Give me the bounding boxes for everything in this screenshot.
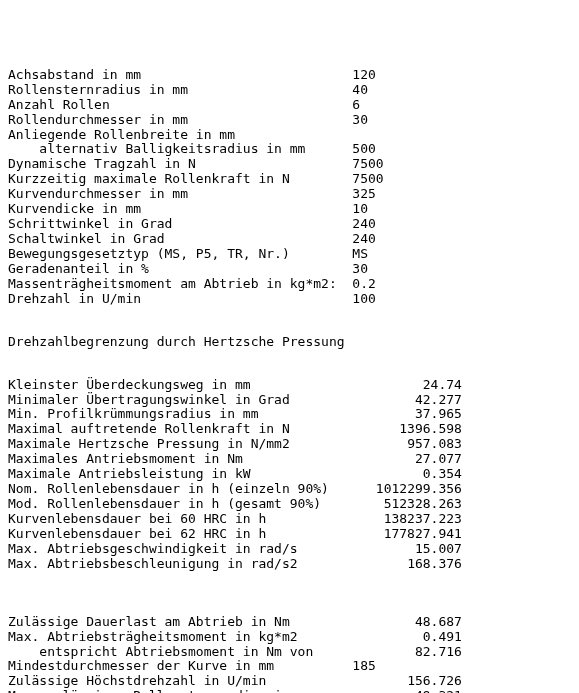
param-value: 325 — [352, 187, 430, 202]
param-row: Anzahl Rollen6 — [8, 98, 571, 113]
param-value: MS — [352, 247, 430, 262]
param-label: Max. Abtriebsgeschwindigkeit in rad/s — [8, 542, 352, 557]
param-row: Zulässige Höchstdrehzahl in U/min156.726 — [8, 674, 571, 689]
param-label: entspricht Abtriebsmoment in Nm von — [8, 645, 352, 660]
param-row: Nom. Rollenlebensdauer in h (einzeln 90%… — [8, 482, 571, 497]
param-value — [352, 128, 430, 143]
param-row: Anliegende Rollenbreite in mm — [8, 128, 571, 143]
param-value: 0.2 — [352, 277, 430, 292]
param-label: Max. zulässiger Rollensternradius in mm — [8, 689, 352, 693]
param-row: Massenträgheitsmoment am Abtrieb in kg*m… — [8, 277, 571, 292]
param-label: Drehzahl in U/min — [8, 292, 352, 307]
param-label: Maximale Hertzsche Pressung in N/mm2 — [8, 437, 352, 452]
param-value: 30 — [352, 262, 430, 277]
param-row: Kurvendicke in mm10 — [8, 202, 571, 217]
param-value: 27.077 — [352, 452, 462, 467]
param-row: Dynamische Tragzahl in N7500 — [8, 157, 571, 172]
param-value: 49.321 — [352, 689, 462, 693]
param-value: 512328.263 — [352, 497, 462, 512]
param-value: 177827.941 — [352, 527, 462, 542]
param-row: Maximal auftretende Rollenkraft in N1396… — [8, 422, 571, 437]
param-value: 82.716 — [352, 645, 462, 660]
param-row: Maximale Hertzsche Pressung in N/mm2957.… — [8, 437, 571, 452]
param-row: Schaltwinkel in Grad240 — [8, 232, 571, 247]
param-row: Bewegungsgesetztyp (MS, P5, TR, Nr.)MS — [8, 247, 571, 262]
param-label: Anliegende Rollenbreite in mm — [8, 128, 352, 143]
param-row: Schrittwinkel in Grad240 — [8, 217, 571, 232]
param-row: Max. Abtriebsträgheitsmoment in kg*m20.4… — [8, 630, 571, 645]
param-row: Drehzahl in U/min100 — [8, 292, 571, 307]
param-label: Dynamische Tragzahl in N — [8, 157, 352, 172]
param-label: Kurvendicke in mm — [8, 202, 352, 217]
param-row: Maximale Antriebsleistung in kW0.354 — [8, 467, 571, 482]
param-row: Mod. Rollenlebensdauer in h (gesamt 90%)… — [8, 497, 571, 512]
param-row: alternativ Balligkeitsradius in mm500 — [8, 142, 571, 157]
param-value: 500 — [352, 142, 430, 157]
param-row: Max. zulässiger Rollensternradius in mm4… — [8, 689, 571, 693]
param-value: 7500 — [352, 157, 430, 172]
param-label: Kurvenlebensdauer bei 60 HRC in h — [8, 512, 352, 527]
param-row: Kurzzeitig maximale Rollenkraft in N7500 — [8, 172, 571, 187]
param-value: 1012299.356 — [352, 482, 462, 497]
param-value: 6 — [352, 98, 430, 113]
param-label: Nom. Rollenlebensdauer in h (einzeln 90%… — [8, 482, 352, 497]
param-row: entspricht Abtriebsmoment in Nm von82.71… — [8, 645, 571, 660]
param-row: Kurvenlebensdauer bei 62 HRC in h177827.… — [8, 527, 571, 542]
param-row: Rollendurchmesser in mm30 — [8, 113, 571, 128]
param-value: 40 — [352, 83, 430, 98]
param-row: Rollensternradius in mm40 — [8, 83, 571, 98]
param-value: 120 — [352, 68, 430, 83]
param-label: Kurvenlebensdauer bei 62 HRC in h — [8, 527, 352, 542]
param-value: 7500 — [352, 172, 430, 187]
param-value: 138237.223 — [352, 512, 462, 527]
param-value: 24.74 — [352, 378, 462, 393]
param-label: Schrittwinkel in Grad — [8, 217, 352, 232]
param-value: 240 — [352, 217, 430, 232]
param-value: 37.965 — [352, 407, 462, 422]
param-value: 30 — [352, 113, 430, 128]
param-label: Geradenanteil in % — [8, 262, 352, 277]
param-label: Max. Abtriebsträgheitsmoment in kg*m2 — [8, 630, 352, 645]
param-label: Maximal auftretende Rollenkraft in N — [8, 422, 352, 437]
param-label: Maximales Antriebsmoment in Nm — [8, 452, 352, 467]
param-label: Min. Profilkrümmungsradius in mm — [8, 407, 352, 422]
param-label: Schaltwinkel in Grad — [8, 232, 352, 247]
param-row: Kurvendurchmesser in mm325 — [8, 187, 571, 202]
param-label: Achsabstand in mm — [8, 68, 352, 83]
param-label: Zulässige Höchstdrehzahl in U/min — [8, 674, 352, 689]
param-row: Kleinster Überdeckungsweg in mm24.74 — [8, 378, 571, 393]
param-row: Minimaler Übertragungswinkel in Grad42.2… — [8, 393, 571, 408]
param-value: 42.277 — [352, 393, 462, 408]
param-label: Kleinster Überdeckungsweg in mm — [8, 378, 352, 393]
param-label: Rollensternradius in mm — [8, 83, 352, 98]
param-value: 957.083 — [352, 437, 462, 452]
param-value: 0.491 — [352, 630, 462, 645]
param-label: Zulässige Dauerlast am Abtrieb in Nm — [8, 615, 352, 630]
param-label: Kurvendurchmesser in mm — [8, 187, 352, 202]
param-row: Max. Abtriebsbeschleunigung in rad/s2168… — [8, 557, 571, 572]
param-row: Kurvenlebensdauer bei 60 HRC in h138237.… — [8, 512, 571, 527]
param-row: Maximales Antriebsmoment in Nm27.077 — [8, 452, 571, 467]
param-value: 156.726 — [352, 674, 462, 689]
param-value: 168.376 — [352, 557, 462, 572]
param-label: Anzahl Rollen — [8, 98, 352, 113]
param-label: Maximale Antriebsleistung in kW — [8, 467, 352, 482]
param-label: alternativ Balligkeitsradius in mm — [8, 142, 352, 157]
param-label: Rollendurchmesser in mm — [8, 113, 352, 128]
param-label: Minimaler Übertragungswinkel in Grad — [8, 393, 352, 408]
param-label: Max. Abtriebsbeschleunigung in rad/s2 — [8, 557, 352, 572]
param-value: 10 — [352, 202, 430, 217]
section-heading: Drehzahlbegrenzung durch Hertzsche Press… — [8, 335, 571, 350]
param-label: Mindestdurchmesser der Kurve in mm — [8, 659, 352, 674]
param-row: Geradenanteil in %30 — [8, 262, 571, 277]
param-label: Mod. Rollenlebensdauer in h (gesamt 90%) — [8, 497, 352, 512]
param-label: Kurzzeitig maximale Rollenkraft in N — [8, 172, 352, 187]
param-value: 1396.598 — [352, 422, 462, 437]
param-row: Achsabstand in mm120 — [8, 68, 571, 83]
param-value: 240 — [352, 232, 430, 247]
param-row: Zulässige Dauerlast am Abtrieb in Nm48.6… — [8, 615, 571, 630]
param-row: Mindestdurchmesser der Kurve in mm185 — [8, 659, 571, 674]
param-value: 48.687 — [352, 615, 462, 630]
param-row: Min. Profilkrümmungsradius in mm37.965 — [8, 407, 571, 422]
param-value: 15.007 — [352, 542, 462, 557]
